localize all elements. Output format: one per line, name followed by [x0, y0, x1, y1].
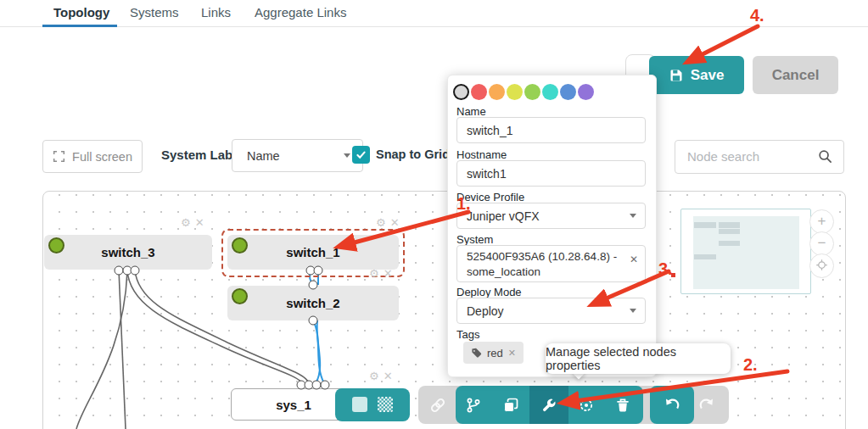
- color-swatch[interactable]: [507, 84, 523, 100]
- undo-button-group: [650, 386, 694, 424]
- undo-icon[interactable]: [664, 398, 680, 413]
- deploy-mode-value: Deploy: [467, 304, 504, 318]
- clear-system-icon[interactable]: ✕: [630, 252, 638, 267]
- tab-systems[interactable]: Systems: [130, 5, 179, 20]
- step-label-2: 2.: [743, 355, 758, 375]
- node-switch-3[interactable]: switch_3: [44, 235, 212, 270]
- close-icon[interactable]: ✕: [384, 370, 393, 382]
- crosshair-icon: [815, 259, 828, 271]
- name-field[interactable]: [456, 117, 646, 143]
- color-swatch[interactable]: [542, 84, 558, 100]
- minimap-node: [694, 222, 716, 228]
- hostname-field-label: Hostname: [456, 148, 507, 161]
- system-label-select-value: Name: [247, 149, 280, 163]
- pattern-fill-icon[interactable]: [378, 397, 393, 412]
- search-icon: [818, 149, 832, 164]
- port[interactable]: [309, 316, 318, 326]
- chevron-down-icon: [630, 309, 636, 313]
- gear-icon[interactable]: ⚙: [181, 216, 191, 229]
- arrow-4: [699, 26, 758, 56]
- tab-links[interactable]: Links: [201, 5, 231, 20]
- zoom-fit-button[interactable]: [809, 254, 834, 278]
- deploy-mode-label: Deploy Mode: [456, 286, 522, 298]
- status-dot: [232, 237, 248, 254]
- fullscreen-icon: [53, 150, 65, 163]
- color-swatches: [453, 84, 594, 100]
- port[interactable]: [314, 266, 323, 276]
- color-swatch[interactable]: [489, 84, 505, 100]
- toolbar-action-group: [456, 386, 643, 424]
- port[interactable]: [321, 381, 330, 390]
- floppy-icon: [669, 69, 683, 82]
- minimap-node: [694, 254, 716, 259]
- color-swatch[interactable]: [524, 84, 540, 100]
- tag-name: red: [487, 347, 503, 359]
- tags-label: Tags: [456, 328, 479, 341]
- status-dot: [232, 288, 248, 304]
- node-fill-style-toolbar: [335, 388, 410, 421]
- system-label-select[interactable]: Name: [232, 139, 363, 172]
- chevron-down-icon: [344, 153, 350, 158]
- save-button[interactable]: Save: [649, 56, 744, 94]
- deploy-mode-select[interactable]: Deploy: [456, 298, 646, 324]
- color-swatch[interactable]: [578, 84, 594, 100]
- node-search-input[interactable]: [675, 141, 823, 171]
- snap-to-grid-checkbox[interactable]: [352, 146, 370, 164]
- remove-tag-icon[interactable]: ✕: [508, 348, 516, 359]
- active-tab-underline: [42, 25, 117, 27]
- chevron-down-icon: [630, 214, 636, 218]
- port[interactable]: [309, 281, 318, 290]
- branch-icon[interactable]: [466, 398, 481, 413]
- link-icon[interactable]: [430, 398, 445, 413]
- step-label-4: 4.: [750, 6, 764, 25]
- minimap-node: [719, 241, 740, 246]
- hostname-field[interactable]: [456, 160, 646, 187]
- color-swatch[interactable]: [471, 84, 487, 100]
- close-icon[interactable]: ✕: [195, 216, 204, 229]
- tab-aggregate-links[interactable]: Aggregate Links: [255, 5, 346, 20]
- solid-fill-icon[interactable]: [352, 397, 367, 412]
- minimap-node: [719, 222, 740, 228]
- minimap-node: [719, 229, 740, 234]
- close-icon[interactable]: ✕: [390, 216, 400, 229]
- gear-icon[interactable]: ⚙: [369, 267, 379, 280]
- name-field-label: Name: [456, 105, 486, 118]
- gear-icon[interactable]: ⚙: [369, 370, 379, 382]
- node-actions: ⚙✕: [376, 216, 400, 229]
- gear-icon[interactable]: ⚙: [376, 216, 386, 229]
- device-profile-value: Juniper vQFX: [467, 209, 540, 223]
- tag-chip: red ✕: [463, 342, 524, 364]
- topology-editor-page: Topology Systems Links Aggregate Links S…: [0, 0, 868, 429]
- fullscreen-label: Full screen: [72, 150, 132, 164]
- target-icon[interactable]: [579, 398, 594, 413]
- node-switch-1[interactable]: switch_1: [227, 235, 399, 270]
- cancel-button[interactable]: Cancel: [753, 56, 838, 94]
- trash-icon[interactable]: [615, 398, 630, 413]
- status-dot: [48, 237, 64, 254]
- node-actions: ⚙✕: [369, 267, 393, 280]
- redo-icon[interactable]: [699, 398, 714, 413]
- node-actions: ⚙✕: [181, 216, 204, 229]
- node-properties-panel: Name Hostname Device Profile Juniper vQF…: [447, 75, 657, 377]
- tooltip: Manage selected nodes properties: [546, 343, 731, 374]
- minimap-viewport: [693, 216, 799, 289]
- tab-topology[interactable]: Topology: [53, 5, 109, 20]
- snap-to-grid-label: Snap to Grid: [376, 148, 450, 161]
- system-select[interactable]: 525400F935A6 (10.28.64.8) - some_locatio…: [456, 245, 646, 282]
- zoom-out-button[interactable]: −: [809, 231, 834, 256]
- wrench-icon[interactable]: [541, 398, 557, 413]
- close-icon[interactable]: ✕: [384, 267, 393, 280]
- copy-icon[interactable]: [503, 398, 518, 413]
- save-label: Save: [691, 67, 725, 84]
- zoom-in-button[interactable]: +: [809, 209, 834, 234]
- fullscreen-button[interactable]: Full screen: [42, 140, 143, 173]
- system-value: 525400F935A6 (10.28.64.8) - some_locatio…: [467, 250, 617, 278]
- color-swatch[interactable]: [560, 84, 576, 100]
- port[interactable]: [131, 266, 140, 276]
- minimap[interactable]: [680, 209, 811, 294]
- device-profile-select[interactable]: Juniper vQFX: [456, 203, 646, 229]
- canvas-toolbar: [418, 386, 729, 424]
- tab-bar: Topology Systems Links Aggregate Links: [0, 0, 868, 27]
- color-swatch[interactable]: [453, 84, 469, 100]
- node-actions: ⚙✕: [369, 370, 393, 382]
